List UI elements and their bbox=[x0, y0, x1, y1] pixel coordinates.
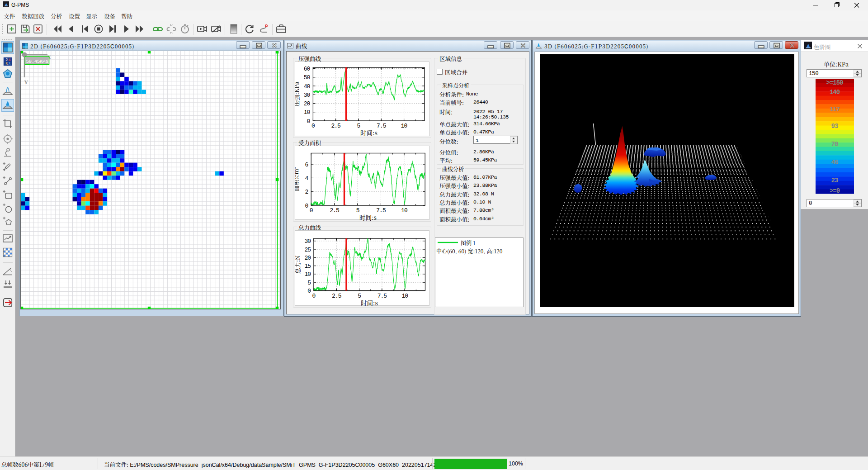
svg-text:3: 3 bbox=[9, 62, 11, 66]
svg-text:20: 20 bbox=[304, 255, 311, 261]
svg-text:70: 70 bbox=[831, 141, 838, 148]
svg-text:5: 5 bbox=[357, 123, 360, 129]
svg-text:总力:N: 总力:N bbox=[295, 256, 302, 274]
svg-text:5: 5 bbox=[307, 280, 311, 286]
svg-text:10: 10 bbox=[304, 109, 310, 116]
svg-text:5: 5 bbox=[5, 62, 8, 66]
svg-text:时间:s: 时间:s bbox=[360, 128, 377, 137]
svg-text:>=0: >=0 bbox=[830, 187, 840, 195]
svg-text:30: 30 bbox=[304, 238, 311, 245]
svg-text:面积:cm³: 面积:cm³ bbox=[295, 167, 300, 191]
svg-text:10: 10 bbox=[401, 123, 407, 129]
svg-text:50: 50 bbox=[304, 74, 310, 81]
svg-text:压强:KPa: 压强:KPa bbox=[295, 81, 301, 107]
svg-text:0: 0 bbox=[307, 118, 310, 125]
svg-text:0: 0 bbox=[311, 123, 315, 129]
svg-text:117: 117 bbox=[830, 106, 840, 113]
svg-text:0: 0 bbox=[305, 203, 308, 209]
svg-text:6: 6 bbox=[305, 161, 308, 168]
svg-text:10: 10 bbox=[401, 207, 407, 214]
svg-text:59.45KPa: 59.45KPa bbox=[26, 59, 48, 64]
svg-text:0: 0 bbox=[307, 288, 311, 294]
svg-text:10: 10 bbox=[401, 293, 408, 299]
svg-text:4: 4 bbox=[9, 58, 11, 62]
svg-text:7.5: 7.5 bbox=[377, 123, 386, 129]
svg-text:5: 5 bbox=[356, 207, 359, 214]
svg-text:2.5: 2.5 bbox=[331, 123, 340, 129]
svg-text:7.5: 7.5 bbox=[376, 207, 386, 214]
svg-text:15: 15 bbox=[304, 263, 311, 270]
svg-text:7.5: 7.5 bbox=[377, 293, 387, 299]
svg-text:30: 30 bbox=[304, 92, 310, 99]
svg-text:时间:s: 时间:s bbox=[361, 298, 378, 307]
svg-text:25: 25 bbox=[304, 247, 311, 253]
svg-text:2.5: 2.5 bbox=[332, 293, 341, 299]
svg-text:4: 4 bbox=[305, 175, 308, 182]
svg-text:20: 20 bbox=[304, 100, 310, 107]
svg-text:10: 10 bbox=[304, 271, 311, 278]
svg-text:140: 140 bbox=[830, 89, 840, 96]
svg-text:40: 40 bbox=[304, 83, 310, 90]
svg-text:时间:s: 时间:s bbox=[359, 213, 377, 221]
svg-text:46: 46 bbox=[831, 159, 838, 166]
svg-text:2: 2 bbox=[5, 58, 8, 62]
svg-text:Y: Y bbox=[24, 79, 28, 85]
svg-text:2.5: 2.5 bbox=[330, 207, 339, 214]
svg-text:93: 93 bbox=[831, 123, 838, 130]
svg-text:60: 60 bbox=[304, 66, 310, 72]
svg-text:>=150: >=150 bbox=[826, 79, 843, 86]
svg-text:23: 23 bbox=[831, 177, 838, 184]
svg-text:0: 0 bbox=[310, 207, 313, 214]
svg-text:0: 0 bbox=[312, 293, 316, 299]
svg-text:2: 2 bbox=[305, 189, 308, 195]
